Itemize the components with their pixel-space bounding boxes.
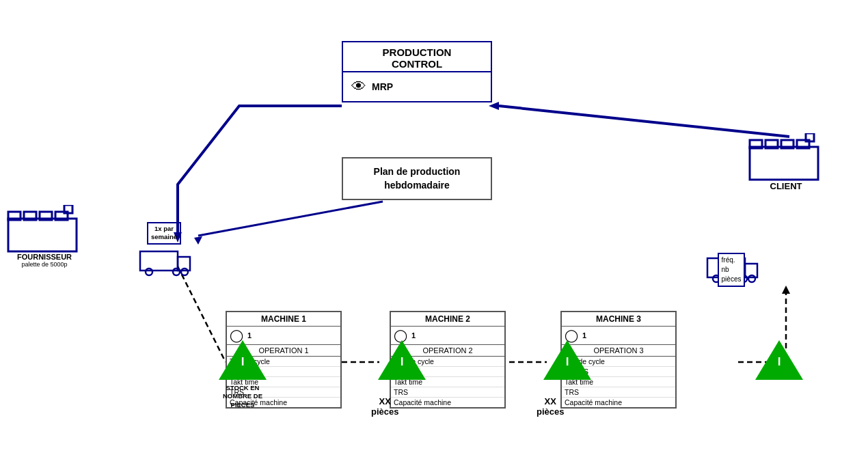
svg-marker-16 — [194, 236, 202, 245]
svg-rect-23 — [750, 147, 818, 180]
machine2-row-5: Capacité machine — [391, 398, 504, 407]
svg-point-33 — [173, 268, 180, 275]
xx-pieces-2: XXpièces — [537, 396, 564, 417]
machine3-op-count: 1 — [582, 331, 586, 340]
inventory-3-area: I — [543, 340, 591, 381]
mrp-label: MRP — [372, 81, 393, 92]
svg-marker-11 — [782, 286, 790, 294]
svg-line-15 — [198, 202, 383, 236]
delivery-label: 1x parsemaine — [147, 222, 181, 245]
client-label: CLIENT — [748, 181, 824, 191]
mrp-icon: 👁 — [351, 78, 366, 96]
freq-box: fréq.nbpièces — [718, 253, 746, 287]
inventory-2-area: I — [378, 340, 426, 381]
inv1-label: I — [241, 355, 245, 369]
client-factory: CLIENT — [748, 133, 824, 191]
svg-line-13 — [499, 106, 789, 137]
supplier-label: FOURNISSEUR — [7, 253, 82, 261]
diagram: PRODUCTION CONTROL 👁 MRP Plan de product… — [0, 0, 868, 470]
supplier-truck-area: 1x parsemaine — [137, 222, 191, 277]
machine2-row-4: TRS — [391, 387, 504, 398]
machine1-op-count: 1 — [247, 331, 252, 340]
supplier-sublabel: palette de 5000p — [7, 261, 82, 268]
prod-control-title: PRODUCTION CONTROL — [343, 42, 491, 72]
prod-control-body: 👁 MRP — [343, 72, 491, 101]
machine3-row-4: TRS — [562, 387, 675, 398]
svg-point-34 — [181, 268, 188, 275]
supplier-factory: FOURNISSEUR palette de 5000p — [7, 205, 82, 268]
machine3-row-5: Capacité machine — [562, 398, 675, 407]
machine2-op-count: 1 — [411, 331, 416, 340]
machine2-title: MACHINE 2 — [391, 312, 504, 327]
prod-control-box: PRODUCTION CONTROL 👁 MRP — [342, 41, 492, 102]
inv3-label: I — [566, 355, 569, 369]
inventory-4-area: I — [755, 340, 803, 381]
svg-point-40 — [748, 275, 755, 282]
plan-box-label: Plan de productionhebdomadaire — [349, 165, 485, 192]
svg-point-32 — [146, 268, 152, 275]
machine1-title: MACHINE 1 — [227, 312, 340, 327]
supplier-truck-icon — [137, 246, 191, 277]
svg-marker-14 — [489, 102, 499, 110]
svg-rect-17 — [8, 219, 77, 251]
machine3-title: MACHINE 3 — [562, 312, 675, 327]
plan-box: Plan de productionhebdomadaire — [342, 157, 492, 200]
xx-pieces-1: XXpièces — [371, 396, 398, 417]
inv1-sublabel: STOCK ENNOMBRE DEPIECES — [219, 384, 267, 409]
svg-rect-29 — [140, 251, 178, 271]
inventory-1-area: I STOCK ENNOMBRE DEPIECES — [219, 340, 267, 409]
inv4-label: I — [778, 355, 781, 369]
inv2-label: I — [401, 355, 404, 369]
client-truck-area: fréq.nbpièces — [704, 253, 759, 284]
